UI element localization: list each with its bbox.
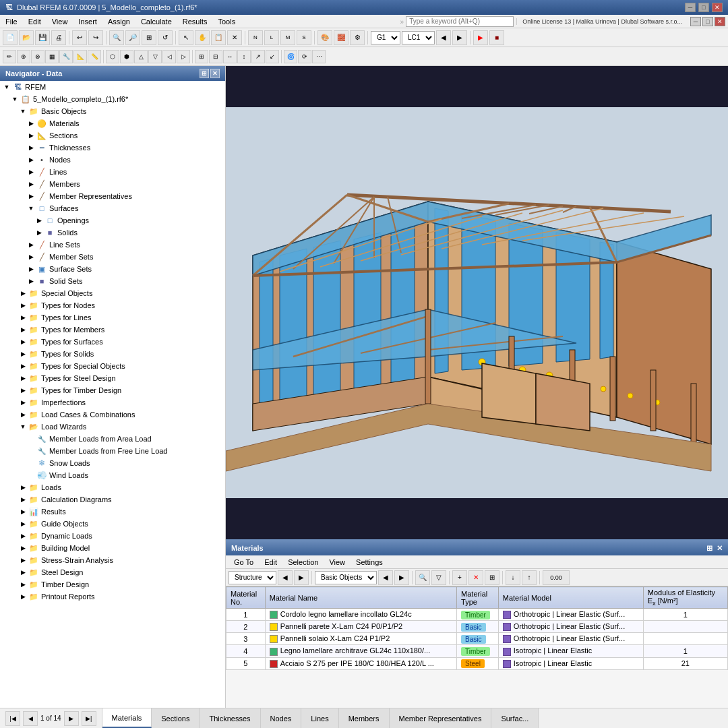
types-steel-expand[interactable]: ▶ bbox=[19, 374, 27, 382]
t2-btn-3[interactable]: ⊗ bbox=[31, 50, 44, 63]
tree-openings[interactable]: ▶ □ Openings bbox=[0, 214, 225, 226]
tree-members[interactable]: ▶ ╱ Members bbox=[0, 178, 225, 190]
col-material-type[interactable]: MaterialType bbox=[457, 587, 499, 609]
t2-btn-20[interactable]: 🌀 bbox=[284, 50, 297, 63]
thicknesses-expand[interactable]: ▶ bbox=[27, 144, 35, 152]
t2-btn-19[interactable]: ↙ bbox=[266, 50, 279, 63]
menu-search-area[interactable]: » bbox=[400, 16, 514, 27]
tree-imperfections[interactable]: ▶ 📁 Imperfections bbox=[0, 396, 225, 408]
tab-member-reps[interactable]: Member Representatives bbox=[390, 708, 492, 728]
t2-btn-12[interactable]: ◁ bbox=[162, 50, 176, 63]
t2-btn-14[interactable]: ⊞ bbox=[195, 50, 208, 63]
tree-sections[interactable]: ▶ 📐 Sections bbox=[0, 129, 225, 142]
tree-building-model[interactable]: ▶ 📁 Building Model bbox=[0, 542, 225, 554]
stop-button[interactable]: ■ bbox=[489, 30, 504, 45]
tree-printout[interactable]: ▶ 📁 Printout Reports bbox=[0, 590, 225, 603]
panel-dup-button[interactable]: ⊞ bbox=[485, 570, 499, 585]
t2-btn-13[interactable]: ▷ bbox=[177, 50, 190, 63]
page-next-button[interactable]: ▶ bbox=[64, 711, 79, 726]
panel-menu-view[interactable]: View bbox=[324, 557, 351, 568]
types-solids-expand[interactable]: ▶ bbox=[19, 350, 27, 358]
menu-assign[interactable]: Assign bbox=[102, 16, 135, 27]
col-material-no[interactable]: MaterialNo. bbox=[226, 587, 266, 609]
menu-results[interactable]: Results bbox=[177, 16, 213, 27]
sections-expand[interactable]: ▶ bbox=[27, 131, 35, 140]
open-button[interactable]: 📂 bbox=[19, 30, 34, 45]
panel-filter-button[interactable]: ▽ bbox=[431, 570, 446, 585]
basic-objects-combo[interactable]: Basic Objects bbox=[315, 571, 377, 584]
col-modulus[interactable]: Modulus of ElasticityEx [N/m²] bbox=[643, 587, 727, 609]
tree-nodes[interactable]: ▶ • Nodes bbox=[0, 154, 225, 166]
menu-calculate[interactable]: Calculate bbox=[135, 16, 177, 27]
panel-menu-edit[interactable]: Edit bbox=[259, 557, 282, 568]
structure-combo[interactable]: Structure bbox=[229, 571, 276, 584]
print-button[interactable]: 🖨 bbox=[51, 30, 66, 45]
tree-member-representatives[interactable]: ▶ ╱ Member Representatives bbox=[0, 190, 225, 202]
guide-objects-expand[interactable]: ▶ bbox=[19, 520, 27, 528]
page-prev-button[interactable]: ◀ bbox=[23, 711, 38, 726]
t2-btn-15[interactable]: ⊟ bbox=[209, 50, 222, 63]
t2-btn-22[interactable]: ⋯ bbox=[312, 50, 326, 63]
surface-button[interactable]: S bbox=[297, 30, 311, 45]
title-bar-controls[interactable]: ─ □ ✕ bbox=[685, 3, 723, 12]
tree-types-nodes[interactable]: ▶ 📁 Types for Nodes bbox=[0, 299, 225, 311]
panel-obj-next-button[interactable]: ▶ bbox=[394, 570, 409, 585]
prev-lc-button[interactable]: ◀ bbox=[436, 30, 451, 45]
printout-expand[interactable]: ▶ bbox=[19, 593, 27, 601]
search-input[interactable] bbox=[406, 16, 514, 27]
dynamic-loads-expand[interactable]: ▶ bbox=[19, 532, 27, 540]
tree-types-timber[interactable]: ▶ 📁 Types for Timber Design bbox=[0, 384, 225, 396]
tree-surfaces[interactable]: ▼ □ Surfaces bbox=[0, 202, 225, 214]
panel-add-button[interactable]: + bbox=[452, 570, 467, 585]
tree-loads[interactable]: ▶ 📁 Loads bbox=[0, 481, 225, 493]
tab-lines[interactable]: Lines bbox=[301, 708, 338, 728]
tree-load-cases[interactable]: ▶ 📁 Load Cases & Combinations bbox=[0, 408, 225, 421]
load-wizards-expand[interactable]: ▼ bbox=[19, 423, 27, 431]
new-button[interactable]: 📄 bbox=[3, 30, 18, 45]
building-model-expand[interactable]: ▶ bbox=[19, 544, 27, 552]
right-maximize-button[interactable]: □ bbox=[702, 17, 713, 26]
table-row[interactable]: 1 Cordolo legno lamellare incollato GL24… bbox=[226, 609, 728, 621]
tab-materials[interactable]: Materials bbox=[102, 708, 152, 728]
members-expand[interactable]: ▶ bbox=[27, 180, 35, 188]
tree-types-surfaces[interactable]: ▶ 📁 Types for Surfaces bbox=[0, 336, 225, 348]
tree-results[interactable]: ▶ 📊 Results bbox=[0, 506, 225, 518]
tree-file-root[interactable]: ▼ 📋 5_Modello_completo_(1).rf6* bbox=[0, 93, 225, 105]
tab-surfaces[interactable]: Surfac... bbox=[491, 708, 539, 728]
types-lines-expand[interactable]: ▶ bbox=[19, 313, 27, 322]
rotate-button[interactable]: ↺ bbox=[158, 30, 173, 45]
tab-sections[interactable]: Sections bbox=[152, 708, 200, 728]
t2-btn-4[interactable]: ▦ bbox=[45, 50, 59, 63]
right-close-button[interactable]: ✕ bbox=[715, 17, 725, 26]
openings-expand[interactable]: ▶ bbox=[35, 216, 43, 224]
panel-next-button[interactable]: ▶ bbox=[294, 570, 309, 585]
tree-line-loads[interactable]: ▶ 🔧 Member Loads from Free Line Load bbox=[0, 445, 225, 457]
types-nodes-expand[interactable]: ▶ bbox=[19, 301, 27, 309]
tree-wind-loads[interactable]: ▶ 💨 Wind Loads bbox=[0, 469, 225, 481]
tree-basic-objects[interactable]: ▼ 📁 Basic Objects bbox=[0, 105, 225, 117]
tree-steel-design[interactable]: ▶ 📁 Steel Design bbox=[0, 566, 225, 578]
panel-detach-button[interactable]: ⊞ bbox=[706, 544, 712, 553]
panel-search-button[interactable]: 🔍 bbox=[415, 570, 430, 585]
results-expand[interactable]: ▶ bbox=[19, 508, 27, 516]
t2-btn-7[interactable]: 📏 bbox=[88, 50, 101, 63]
nav-close-button[interactable]: ✕ bbox=[210, 69, 220, 78]
materials-expand[interactable]: ▶ bbox=[27, 119, 35, 127]
tab-members[interactable]: Members bbox=[339, 708, 390, 728]
panel-menu-selection[interactable]: Selection bbox=[282, 557, 324, 568]
tree-snow-loads[interactable]: ▶ ❄ Snow Loads bbox=[0, 457, 225, 469]
tree-solid-sets[interactable]: ▶ ■ Solid Sets bbox=[0, 275, 225, 287]
panel-export-button[interactable]: ↑ bbox=[522, 570, 537, 585]
menu-tools[interactable]: Tools bbox=[212, 16, 241, 27]
types-members-expand[interactable]: ▶ bbox=[19, 326, 27, 334]
tree-load-wizards[interactable]: ▼ 📂 Load Wizards bbox=[0, 421, 225, 433]
tree-rfem-root[interactable]: ▼ 🏗 RFEM bbox=[0, 81, 225, 93]
types-special-expand[interactable]: ▶ bbox=[19, 362, 27, 370]
t2-btn-21[interactable]: ⟳ bbox=[298, 50, 311, 63]
tree-types-solids[interactable]: ▶ 📁 Types for Solids bbox=[0, 348, 225, 360]
line-button[interactable]: L bbox=[264, 30, 279, 45]
tree-types-steel[interactable]: ▶ 📁 Types for Steel Design bbox=[0, 372, 225, 384]
solid-sets-expand[interactable]: ▶ bbox=[27, 277, 35, 285]
zoom-out-button[interactable]: 🔎 bbox=[125, 30, 140, 45]
panel-menu-goto[interactable]: Go To bbox=[229, 557, 259, 568]
